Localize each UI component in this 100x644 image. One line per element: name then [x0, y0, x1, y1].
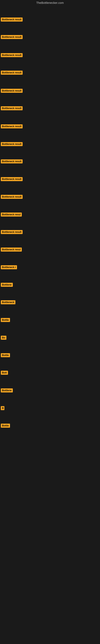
result-row: Bottleneck resul	[0, 212, 23, 218]
result-row: Bott	[0, 370, 9, 376]
result-row: Bottleneck result	[0, 70, 23, 76]
bottleneck-badge[interactable]: B	[1, 406, 4, 410]
site-title: TheBottlenecker.com	[0, 0, 100, 5]
bottleneck-badge[interactable]: Bottleneck r	[1, 265, 17, 269]
site-header: TheBottlenecker.com	[0, 0, 100, 5]
bottleneck-badge[interactable]: Bott	[1, 371, 8, 375]
result-row: Bottleneck result	[0, 88, 23, 94]
result-row: Bottleneck result	[0, 124, 23, 130]
bottleneck-badge[interactable]: Bo	[1, 336, 6, 340]
bottleneck-badge[interactable]: Bottleneck result	[1, 89, 23, 93]
bottleneck-badge[interactable]: Bottleneck resul	[1, 248, 22, 252]
bottleneck-badge[interactable]: Bottlene	[1, 283, 13, 287]
result-row: Bottleneck result	[0, 17, 23, 23]
result-row: Bottleneck result	[0, 158, 23, 165]
result-row: Bottle	[0, 352, 11, 359]
bottleneck-badge[interactable]: Bottleneck result	[1, 124, 23, 128]
results-list: Bottleneck resultBottleneck resultBottle…	[0, 5, 100, 644]
bottleneck-badge[interactable]: Bottleneck result	[1, 53, 23, 57]
bottleneck-badge[interactable]: Bottlene	[1, 388, 13, 392]
bottleneck-badge[interactable]: Bottleneck result	[1, 177, 23, 181]
result-row: Bottleneck	[0, 300, 16, 306]
result-row: Bottleneck result	[0, 34, 23, 41]
result-row: Bottle	[0, 423, 11, 429]
result-row: Bottleneck resul	[0, 247, 23, 253]
bottleneck-badge[interactable]: Bottle	[1, 353, 10, 357]
result-row: Bottleneck r	[0, 264, 18, 271]
bottleneck-badge[interactable]: Bottleneck result	[1, 35, 23, 39]
bottleneck-badge[interactable]: Bottleneck result	[1, 18, 23, 22]
bottleneck-badge[interactable]: Bottleneck result	[1, 142, 23, 146]
result-row: Bottleneck result	[0, 141, 23, 148]
result-row: Bottlene	[0, 282, 14, 288]
bottleneck-badge[interactable]: Bottleneck result	[1, 195, 23, 199]
result-row: Bottle	[0, 317, 11, 324]
result-row: Bo	[0, 335, 7, 341]
bottleneck-badge[interactable]: Bottleneck resul	[1, 212, 22, 216]
result-row: Bottleneck result	[0, 106, 23, 112]
bottleneck-badge[interactable]: Bottle	[1, 424, 10, 428]
result-row: B	[0, 405, 5, 412]
result-row: Bottlene	[0, 388, 14, 394]
bottleneck-badge[interactable]: Bottleneck result	[1, 230, 23, 234]
bottleneck-badge[interactable]: Bottleneck result	[1, 160, 23, 164]
result-row: Bottleneck result	[0, 176, 23, 183]
result-row: Bottleneck result	[0, 194, 23, 200]
result-row: Bottleneck result	[0, 229, 23, 236]
bottleneck-badge[interactable]: Bottleneck result	[1, 71, 23, 75]
bottleneck-badge[interactable]: Bottleneck	[1, 300, 15, 304]
result-row: Bottleneck result	[0, 52, 23, 59]
bottleneck-badge[interactable]: Bottleneck result	[1, 106, 23, 110]
bottleneck-badge[interactable]: Bottle	[1, 318, 10, 322]
